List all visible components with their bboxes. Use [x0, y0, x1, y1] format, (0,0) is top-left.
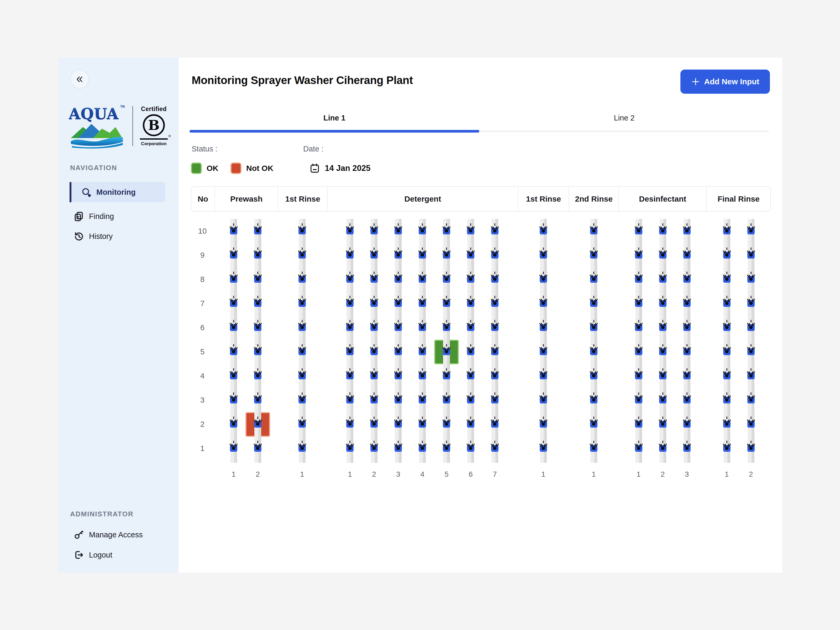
- sprayer-icon[interactable]: [253, 440, 262, 452]
- sprayer-icon[interactable]: [682, 247, 692, 259]
- sprayer-icon[interactable]: [442, 319, 451, 331]
- sprayer-icon[interactable]: [369, 368, 379, 380]
- sprayer-icon[interactable]: [747, 392, 755, 404]
- sprayer-icon[interactable]: [369, 271, 379, 283]
- sprayer-icon[interactable]: [634, 247, 643, 259]
- sprayer-icon[interactable]: [394, 223, 403, 235]
- sprayer-icon[interactable]: [634, 223, 643, 235]
- sprayer-icon[interactable]: [466, 247, 475, 259]
- sprayer-icon[interactable]: [682, 392, 692, 404]
- sprayer-icon[interactable]: [229, 440, 238, 452]
- sprayer-icon[interactable]: [589, 416, 598, 428]
- sprayer-icon[interactable]: [394, 247, 403, 259]
- sprayer-icon[interactable]: [229, 392, 238, 404]
- sprayer-icon[interactable]: [442, 223, 451, 235]
- sprayer-icon[interactable]: [253, 319, 262, 331]
- sprayer-icon[interactable]: [722, 247, 731, 259]
- sprayer-icon[interactable]: [418, 295, 427, 307]
- sprayer-icon[interactable]: [747, 223, 755, 235]
- sprayer-icon[interactable]: [394, 392, 403, 404]
- sprayer-icon[interactable]: [722, 343, 731, 355]
- sprayer-icon[interactable]: [539, 440, 548, 452]
- sprayer-icon[interactable]: [442, 343, 451, 355]
- sprayer-icon[interactable]: [346, 247, 354, 259]
- sprayer-icon[interactable]: [418, 416, 427, 428]
- sprayer-icon[interactable]: [658, 368, 667, 380]
- sprayer-icon[interactable]: [466, 440, 475, 452]
- sprayer-icon[interactable]: [418, 247, 427, 259]
- sprayer-icon[interactable]: [346, 416, 354, 428]
- sprayer-icon[interactable]: [490, 343, 499, 355]
- sprayer-icon[interactable]: [682, 440, 692, 452]
- sprayer-icon[interactable]: [346, 368, 354, 380]
- sprayer-icon[interactable]: [490, 440, 499, 452]
- sprayer-icon[interactable]: [229, 368, 238, 380]
- sprayer-icon[interactable]: [490, 223, 499, 235]
- sprayer-icon[interactable]: [722, 368, 731, 380]
- sprayer-icon[interactable]: [229, 295, 238, 307]
- sprayer-icon[interactable]: [634, 416, 643, 428]
- sprayer-icon[interactable]: [658, 392, 667, 404]
- sprayer-icon[interactable]: [490, 416, 499, 428]
- sprayer-icon[interactable]: [747, 271, 755, 283]
- sidebar-item-finding[interactable]: Finding: [69, 208, 165, 225]
- sprayer-icon[interactable]: [490, 295, 499, 307]
- sprayer-icon[interactable]: [466, 271, 475, 283]
- sprayer-icon[interactable]: [539, 343, 548, 355]
- sprayer-icon[interactable]: [369, 440, 379, 452]
- sprayer-icon[interactable]: [229, 343, 238, 355]
- sprayer-icon[interactable]: [253, 247, 262, 259]
- sprayer-icon[interactable]: [747, 440, 755, 452]
- sprayer-icon[interactable]: [539, 271, 548, 283]
- sprayer-icon[interactable]: [298, 271, 306, 283]
- sprayer-icon[interactable]: [722, 319, 731, 331]
- sprayer-icon[interactable]: [442, 295, 451, 307]
- sprayer-icon[interactable]: [490, 271, 499, 283]
- sprayer-icon[interactable]: [394, 440, 403, 452]
- sprayer-icon[interactable]: [658, 416, 667, 428]
- sprayer-icon[interactable]: [253, 368, 262, 380]
- sprayer-icon[interactable]: [346, 295, 354, 307]
- sprayer-icon[interactable]: [253, 343, 262, 355]
- sprayer-icon[interactable]: [346, 343, 354, 355]
- sprayer-icon[interactable]: [346, 223, 354, 235]
- sprayer-icon[interactable]: [722, 416, 731, 428]
- sprayer-icon[interactable]: [589, 295, 598, 307]
- sprayer-icon[interactable]: [442, 247, 451, 259]
- sprayer-icon[interactable]: [394, 295, 403, 307]
- sprayer-icon[interactable]: [298, 223, 306, 235]
- sprayer-icon[interactable]: [346, 392, 354, 404]
- sprayer-icon[interactable]: [369, 392, 379, 404]
- sprayer-icon[interactable]: [682, 271, 692, 283]
- sprayer-icon[interactable]: [589, 368, 598, 380]
- sprayer-icon[interactable]: [253, 223, 262, 235]
- sprayer-icon[interactable]: [298, 368, 306, 380]
- sprayer-icon[interactable]: [634, 271, 643, 283]
- tab-line-2[interactable]: Line 2: [479, 105, 769, 131]
- sprayer-icon[interactable]: [682, 416, 692, 428]
- sprayer-icon[interactable]: [589, 440, 598, 452]
- sprayer-icon[interactable]: [682, 319, 692, 331]
- sprayer-icon[interactable]: [682, 368, 692, 380]
- sprayer-icon[interactable]: [369, 223, 379, 235]
- sprayer-icon[interactable]: [589, 392, 598, 404]
- sprayer-icon[interactable]: [747, 416, 755, 428]
- sprayer-icon[interactable]: [229, 319, 238, 331]
- sprayer-icon[interactable]: [722, 392, 731, 404]
- sprayer-icon[interactable]: [722, 271, 731, 283]
- sprayer-icon[interactable]: [722, 295, 731, 307]
- sprayer-icon[interactable]: [253, 271, 262, 283]
- sprayer-icon[interactable]: [589, 271, 598, 283]
- sprayer-icon[interactable]: [229, 416, 238, 428]
- sprayer-icon[interactable]: [298, 392, 306, 404]
- sprayer-icon[interactable]: [442, 416, 451, 428]
- admin-item-logout[interactable]: Logout: [69, 546, 165, 563]
- sprayer-icon[interactable]: [634, 343, 643, 355]
- tab-line-1[interactable]: Line 1: [189, 105, 479, 131]
- sprayer-icon[interactable]: [394, 319, 403, 331]
- sprayer-icon[interactable]: [298, 343, 306, 355]
- sprayer-icon[interactable]: [298, 247, 306, 259]
- sprayer-icon[interactable]: [466, 416, 475, 428]
- sprayer-icon[interactable]: [394, 368, 403, 380]
- sprayer-icon[interactable]: [466, 319, 475, 331]
